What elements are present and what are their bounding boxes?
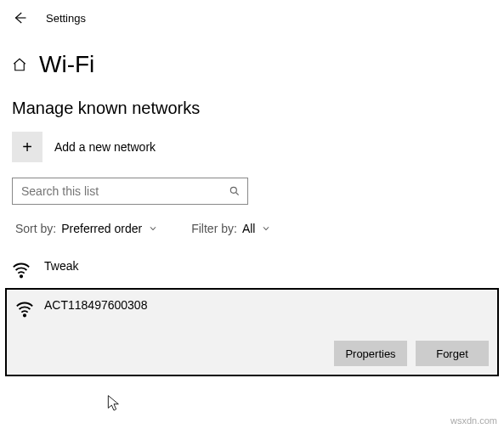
chevron-down-icon — [145, 224, 157, 233]
wifi-icon — [15, 298, 34, 319]
plus-icon: + — [12, 132, 42, 162]
search-box[interactable] — [12, 178, 248, 205]
watermark: wsxdn.com — [450, 415, 497, 426]
search-icon[interactable] — [229, 185, 241, 197]
home-icon[interactable] — [12, 57, 27, 72]
sort-by-value: Preferred order — [61, 222, 142, 235]
search-input[interactable] — [20, 183, 229, 199]
filter-by-value: All — [242, 222, 256, 235]
forget-button[interactable]: Forget — [416, 341, 489, 366]
filter-by-dropdown[interactable]: Filter by: All — [191, 222, 270, 235]
chevron-down-icon — [258, 224, 270, 233]
filter-by-label: Filter by: — [191, 222, 237, 235]
network-name: Tweak — [44, 259, 78, 273]
svg-point-0 — [230, 187, 236, 193]
network-item-selected[interactable]: ACT118497600308 Properties Forget — [5, 288, 499, 376]
section-title: Manage known networks — [0, 87, 504, 132]
add-network-label: Add a new network — [54, 140, 156, 154]
back-arrow-icon[interactable] — [12, 10, 27, 25]
svg-point-1 — [20, 275, 22, 277]
svg-point-2 — [24, 314, 25, 316]
properties-button[interactable]: Properties — [334, 341, 407, 366]
settings-label: Settings — [46, 12, 86, 25]
wifi-icon — [12, 259, 31, 279]
add-network-button[interactable]: + Add a new network — [0, 132, 504, 178]
page-title: Wi-Fi — [39, 51, 94, 78]
network-name: ACT118497600308 — [44, 298, 147, 312]
sort-by-dropdown[interactable]: Sort by: Preferred order — [15, 222, 157, 235]
sort-by-label: Sort by: — [15, 222, 56, 235]
cursor-icon — [107, 394, 121, 413]
network-item-tweak[interactable]: Tweak — [0, 256, 504, 288]
